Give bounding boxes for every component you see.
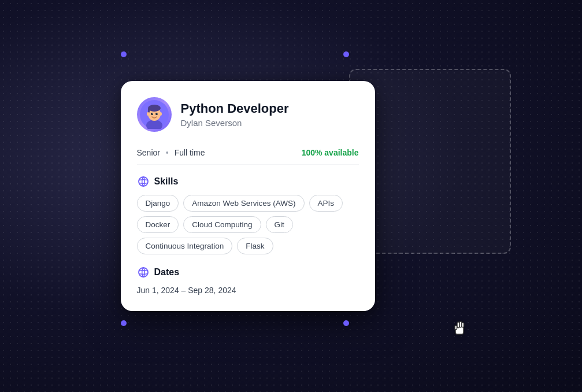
skill-tag: Git	[266, 216, 293, 233]
dates-icon	[137, 266, 150, 279]
employment-type-label: Full time	[175, 148, 205, 157]
svg-point-3	[148, 105, 161, 112]
skills-section-title: Skills	[137, 175, 359, 188]
skill-tag: Docker	[137, 216, 179, 233]
svg-point-11	[139, 177, 148, 186]
status-left: Senior • Full time	[137, 148, 205, 157]
person-name: Dylan Severson	[181, 118, 289, 128]
svg-rect-15	[459, 321, 462, 327]
skill-tag: Amazon Web Services (AWS)	[183, 195, 304, 212]
svg-point-7	[152, 113, 153, 113]
corner-dot-br	[343, 320, 349, 326]
status-row: Senior • Full time 100% available	[137, 141, 359, 165]
skill-tag: Flask	[237, 238, 273, 254]
card-header: Python Developer Dylan Severson	[137, 97, 359, 132]
skill-tag: Continuous Integration	[137, 238, 233, 254]
dot-separator: •	[166, 148, 169, 157]
svg-rect-17	[455, 326, 457, 330]
header-text: Python Developer Dylan Severson	[181, 101, 289, 127]
avatar-illustration	[140, 100, 169, 129]
svg-rect-14	[457, 322, 459, 328]
dates-svg-icon	[138, 267, 149, 278]
skills-label: Skills	[154, 176, 179, 187]
corner-dot-tr	[343, 51, 349, 57]
svg-rect-13	[455, 326, 464, 334]
job-title: Python Developer	[181, 101, 289, 116]
date-range: Jun 1, 2024 – Sep 28, 2024	[137, 286, 359, 295]
dates-section: Dates Jun 1, 2024 – Sep 28, 2024	[137, 266, 359, 295]
skills-icon	[137, 175, 150, 188]
svg-rect-4	[148, 108, 150, 113]
skills-container: DjangoAmazon Web Services (AWS)APIsDocke…	[137, 195, 359, 254]
avatar	[137, 97, 172, 132]
skill-tag: Cloud Computing	[183, 216, 261, 233]
cursor-icon	[452, 319, 470, 342]
svg-point-9	[147, 112, 149, 116]
availability-badge: 100% available	[302, 148, 359, 157]
profile-card: Python Developer Dylan Severson Senior •…	[121, 81, 375, 311]
skill-tag: APIs	[309, 195, 343, 212]
skills-svg-icon	[138, 176, 149, 187]
corner-dot-bl	[121, 320, 127, 326]
svg-point-8	[157, 113, 157, 113]
svg-point-12	[139, 268, 148, 277]
seniority-label: Senior	[137, 148, 160, 157]
dates-label: Dates	[154, 267, 180, 278]
skill-tag: Django	[137, 195, 179, 212]
corner-dot-tl	[121, 51, 127, 57]
dates-section-title: Dates	[137, 266, 359, 279]
scene: Python Developer Dylan Severson Senior •…	[72, 34, 511, 358]
svg-rect-16	[462, 323, 464, 327]
svg-point-10	[160, 112, 162, 116]
